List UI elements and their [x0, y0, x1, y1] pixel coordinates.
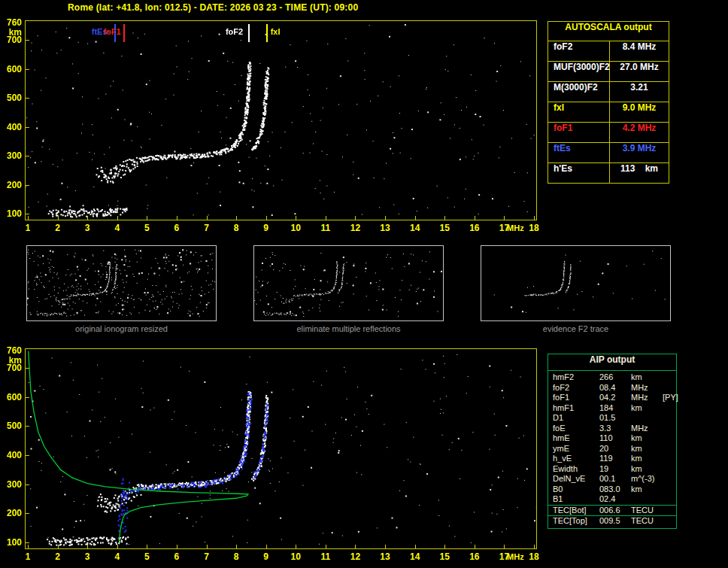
- aip-table-rows: hmF2266kmfoF208.4MHzfoF104.2MHz[PY]hmF11…: [548, 371, 676, 527]
- parameter-extra: [663, 494, 676, 505]
- parameter-extra: [663, 506, 676, 516]
- x-axis-tick-label: 1: [20, 223, 36, 233]
- parameter-value: 009.5: [599, 516, 631, 527]
- thumbnail-original-canvas: [26, 245, 217, 321]
- bottom-ionogram-canvas: [26, 349, 536, 548]
- autoscala-row-fxI: fxI9.0 MHz: [548, 102, 669, 122]
- autoscala-output-table: AUTOSCALA output foF28.4 MHzMUF(3000)F22…: [548, 21, 669, 184]
- top-ionogram-canvas: [26, 21, 536, 220]
- parameter-label: foF2: [548, 41, 610, 61]
- x-axis-tick-label: 16: [466, 223, 483, 233]
- aip-row-hmE: hmE110km: [548, 433, 676, 444]
- parameter-value: 110: [599, 433, 631, 444]
- x-axis-tick-label: 13: [377, 223, 393, 233]
- parameter-label: hmF1: [553, 403, 599, 414]
- parameter-unit: m^(-3): [631, 474, 663, 484]
- parameter-label: D1: [553, 413, 599, 424]
- y-axis-tick-label: 600: [2, 64, 22, 74]
- thumbnail-f2-canvas: [481, 245, 671, 321]
- thumbnail-caption: original ionogram resized: [26, 324, 217, 333]
- autoscala-table-rows: foF28.4 MHzMUF(3000)F227.0 MHzM(3000)F23…: [548, 41, 669, 183]
- x-axis-tick-label: 6: [168, 551, 185, 562]
- x-axis-tick-label: 8: [228, 551, 244, 562]
- parameter-unit: [631, 494, 663, 505]
- x-axis-tick-label: 15: [436, 223, 453, 233]
- autoscala-row-h'Es: h'Es113 km: [548, 163, 669, 183]
- parameter-value: 3.9 MHz: [610, 143, 669, 163]
- thumbnail-caption: evidence F2 trace: [481, 324, 671, 333]
- parameter-value: 3.3: [599, 424, 631, 434]
- aip-row-DelN_vE: DelN_vE00.1m^(-3): [548, 474, 676, 484]
- aip-row-Ewidth: Ewidth19km: [548, 464, 676, 475]
- parameter-value: 01.5: [599, 413, 631, 424]
- parameter-extra: [663, 433, 676, 444]
- aip-row-hmF1: hmF1184km: [548, 403, 676, 414]
- parameter-extra: [PY]: [663, 393, 678, 403]
- parameter-extra: [663, 383, 676, 393]
- parameter-label: B1: [553, 494, 599, 505]
- aip-row-hmF2: hmF2266km: [548, 372, 676, 383]
- parameter-label: h'Es: [548, 163, 610, 183]
- parameter-extra: [663, 424, 676, 434]
- parameter-unit: MHz: [631, 393, 663, 403]
- x-axis-tick-label: 14: [407, 223, 423, 233]
- parameter-value: 04.2: [599, 393, 631, 403]
- parameter-label: hmE: [553, 433, 599, 444]
- parameter-unit: km: [631, 444, 663, 454]
- thumbnail-f2-trace: evidence F2 trace: [481, 245, 671, 333]
- parameter-label: foE: [553, 424, 599, 434]
- parameter-unit: km: [631, 464, 663, 475]
- bottom-ionogram-plot: [25, 348, 537, 549]
- x-axis-tick-label: 18: [526, 223, 542, 233]
- parameter-label: ymE: [553, 444, 599, 454]
- aip-row-h_vE: h_vE119km: [548, 454, 676, 464]
- parameter-extra: [663, 444, 676, 454]
- y-axis-tick-label: 100: [2, 208, 22, 219]
- x-axis-unit-label: MHz: [507, 552, 524, 561]
- aip-row-D1: D101.5: [548, 413, 676, 424]
- parameter-label: B0: [553, 484, 599, 495]
- thumbnail-eliminate-canvas: [253, 245, 444, 321]
- parameter-value: 006.6: [599, 506, 631, 516]
- y-axis-unit-label: km: [2, 27, 22, 38]
- parameter-label: h_vE: [553, 454, 599, 464]
- x-axis-tick-label: 4: [109, 223, 126, 233]
- parameter-label: fxI: [548, 102, 610, 122]
- parameter-extra: [663, 454, 676, 464]
- autoscala-application-window: Rome (lat: +41.8, lon: 012.5) - DATE: 20…: [0, 0, 728, 568]
- parameter-extra: [663, 484, 676, 495]
- page-title: Rome (lat: +41.8, lon: 012.5) - DATE: 20…: [68, 2, 358, 13]
- thumbnail-original-ionogram: original ionogram resized: [26, 245, 217, 333]
- y-axis-tick-label: 760: [2, 17, 22, 28]
- x-axis-tick-label: 15: [436, 551, 453, 562]
- autoscala-row-foF1: foF14.2 MHz: [548, 122, 669, 142]
- x-axis-tick-label: 12: [347, 551, 363, 562]
- parameter-label: TEC[Bot]: [553, 506, 599, 516]
- parameter-value: 27.0 MHz: [610, 62, 669, 81]
- x-axis-tick-label: 3: [79, 223, 96, 233]
- parameter-value: 266: [599, 372, 631, 383]
- autoscala-row-M(3000)F2: M(3000)F23.21: [548, 81, 669, 102]
- x-axis-tick-label: 5: [138, 551, 155, 562]
- x-axis-tick-label: 7: [199, 223, 215, 233]
- parameter-value: 19: [599, 464, 631, 475]
- parameter-value: 4.2 MHz: [610, 123, 669, 142]
- aip-table-header: AIP output: [548, 354, 676, 371]
- parameter-value: 8.4 MHz: [610, 41, 669, 61]
- autoscala-table-header: AUTOSCALA output: [548, 22, 669, 41]
- y-axis-tick-label: 100: [2, 537, 22, 548]
- parameter-label: foF1: [553, 393, 599, 403]
- y-axis-tick-label: 200: [2, 508, 22, 518]
- marker-label-foF2: foF2: [226, 27, 243, 36]
- parameter-unit: MHz: [631, 424, 663, 434]
- parameter-value: 083.0: [599, 484, 631, 495]
- parameter-label: DelN_vE: [553, 474, 599, 484]
- marker-label-foF1: foF1: [104, 27, 121, 36]
- x-axis-tick-label: 4: [109, 551, 126, 562]
- y-axis-tick-label: 200: [2, 180, 22, 190]
- parameter-value: 02.4: [599, 494, 631, 505]
- y-axis-tick-label: 500: [2, 421, 22, 431]
- parameter-label: foF1: [548, 123, 610, 142]
- autoscala-row-ftEs: ftEs3.9 MHz: [548, 142, 669, 163]
- marker-line-foF2: [248, 24, 250, 42]
